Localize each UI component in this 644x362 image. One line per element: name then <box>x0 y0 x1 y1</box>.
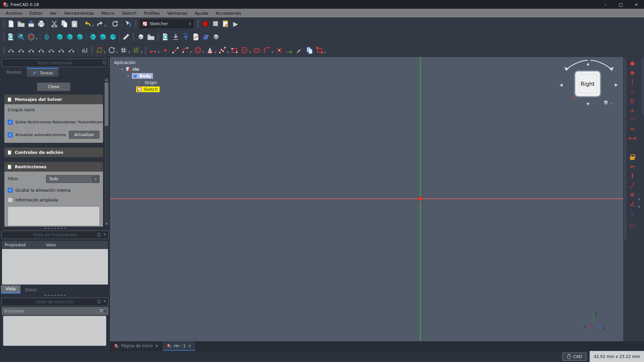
open-document-button[interactable] <box>16 19 26 29</box>
menu-herramientas[interactable]: Herramientas <box>60 9 98 17</box>
angle-dropdown-caret[interactable]: ∨ <box>638 205 642 208</box>
rotate-left-arrow[interactable]: ◀ <box>559 82 562 87</box>
whats-this-button[interactable] <box>123 19 133 29</box>
sketch-x-axis-line[interactable] <box>110 198 623 199</box>
constrain-equal-button[interactable]: = <box>628 124 637 133</box>
create-polygon-button[interactable] <box>239 45 250 55</box>
validate-sketch-button[interactable] <box>211 32 221 42</box>
property-view-titlebar[interactable]: Vista de Propiedades ◱ × <box>1 231 109 239</box>
tasks-scrollbar[interactable]: ▲ ▼ <box>104 78 109 226</box>
toggle-construction-geometry-button[interactable] <box>315 45 325 55</box>
tree-item-sketch[interactable]: Sketch <box>114 86 160 93</box>
refresh-button[interactable] <box>110 19 120 29</box>
menu-profiles[interactable]: Profiles <box>140 9 163 17</box>
decrease-knot-multiplicity-button[interactable] <box>79 45 90 55</box>
tree-origin-label[interactable]: Origin <box>145 80 157 85</box>
paste-button[interactable] <box>69 19 79 29</box>
menu-editar[interactable]: Editar <box>26 9 46 17</box>
workbench-selector[interactable]: Sketcher ∨ <box>140 19 194 28</box>
show-bspline-control-polygon-button[interactable] <box>16 45 26 55</box>
selection-view-float-icon[interactable]: ◱ <box>97 299 101 304</box>
print-button[interactable] <box>36 19 46 29</box>
close-shape-button[interactable] <box>94 45 104 55</box>
tab-datos[interactable]: Datos <box>20 286 42 294</box>
tree-item-body[interactable]: ∨ Body <box>114 72 160 79</box>
constrain-perpendicular-button[interactable]: ⊥ <box>628 105 637 115</box>
constraints-list[interactable] <box>8 206 100 226</box>
extended-info-checkbox[interactable]: ✓ <box>8 197 13 202</box>
create-rectangle-button[interactable] <box>229 45 239 55</box>
tree-sketch-label[interactable]: Sketch <box>144 87 158 92</box>
create-group-button[interactable] <box>146 32 156 42</box>
cut-button[interactable] <box>49 19 59 29</box>
measure-distance-button[interactable] <box>121 32 131 42</box>
view-sketch-button[interactable] <box>161 32 171 42</box>
edit-controls-header[interactable]: Controles de edición <box>4 147 103 157</box>
constrain-horizontal-button[interactable]: ─ <box>628 86 637 96</box>
trim-edge-button[interactable] <box>274 45 284 55</box>
column-propiedad[interactable]: Propiedad <box>2 241 43 249</box>
filter-funnel-icon[interactable] <box>99 309 104 313</box>
select-constraints-button[interactable] <box>119 45 129 55</box>
scroll-down-arrow[interactable]: ▼ <box>104 222 109 226</box>
increase-knot-multiplicity-button[interactable] <box>66 45 76 55</box>
create-line-button[interactable] <box>170 45 180 55</box>
scrollbar-thumb[interactable] <box>105 82 108 126</box>
tree-item-origin[interactable]: › Origin <box>114 79 160 86</box>
constrain-vertical-distance-button[interactable]: I <box>628 171 637 180</box>
expander-icon[interactable]: ∨ <box>126 74 130 77</box>
dock-splitter[interactable] <box>1 294 109 297</box>
close-tab-icon[interactable]: × <box>188 344 191 348</box>
new-document-button[interactable] <box>6 19 16 29</box>
macro-record-button[interactable] <box>200 19 210 29</box>
tab-start-page[interactable]: Página de inicio × <box>110 341 163 351</box>
undo-button[interactable] <box>83 19 93 29</box>
draw-style-button[interactable] <box>26 32 36 42</box>
tree-body-label[interactable]: Body <box>139 73 151 78</box>
constrain-distance-button[interactable]: ╱ <box>628 180 637 190</box>
column-valor[interactable]: Valor <box>43 242 56 247</box>
constraints-header[interactable]: Restricciones <box>4 162 103 172</box>
3d-viewport[interactable]: Aplicación ∨ rin ∨ Body <box>110 57 623 341</box>
property-view-float-icon[interactable]: ◱ <box>97 232 101 237</box>
create-point-button[interactable] <box>160 45 170 55</box>
auto-update-checkbox[interactable]: ✓ <box>8 132 13 137</box>
navigation-style-button[interactable]: CAD <box>562 353 586 361</box>
toolbar-drag-handle[interactable] <box>3 20 5 28</box>
redo-button[interactable] <box>95 19 105 29</box>
close-window-button[interactable]: × <box>629 0 644 9</box>
update-button[interactable]: Actualizar <box>69 131 100 139</box>
tab-vista[interactable]: Vista <box>1 285 20 294</box>
view-right-button[interactable] <box>75 32 85 42</box>
menu-sketch[interactable]: Sketch <box>118 9 140 17</box>
nav-cube-menu[interactable]: ∨ <box>602 99 612 106</box>
solver-messages-header[interactable]: Mensajes del Solver <box>4 95 103 104</box>
remove-redundant-checkbox[interactable]: ✓ <box>8 120 13 125</box>
create-circle-button[interactable] <box>193 45 203 55</box>
toolbar-drag-handle[interactable] <box>3 33 5 41</box>
select-elements-button[interactable] <box>131 45 141 55</box>
tree-item-document[interactable]: ∨ rin <box>114 66 160 72</box>
view-bottom-button[interactable] <box>98 32 108 42</box>
carbon-copy-button[interactable] <box>305 45 315 55</box>
tab-tareas[interactable]: Tareas <box>27 68 58 77</box>
convert-to-bspline-button[interactable] <box>46 45 56 55</box>
edit-sketch-button[interactable] <box>201 32 211 42</box>
selection-list[interactable] <box>3 316 106 346</box>
menu-archivo[interactable]: Archivo <box>2 9 26 17</box>
view-front-button[interactable] <box>55 32 65 42</box>
constrain-horizontal-distance-button[interactable]: ↔ <box>628 162 637 171</box>
toolbar-drag-handle[interactable] <box>135 20 137 28</box>
close-task-button[interactable]: Close <box>37 82 70 91</box>
nav-cube-menu-caret[interactable]: ∨ <box>610 102 612 105</box>
tab-document-rin[interactable]: rin : 1 × <box>163 341 196 351</box>
hide-internal-checkbox[interactable]: ✓ <box>8 188 13 193</box>
create-slot-button[interactable] <box>252 45 262 55</box>
filter-select[interactable]: Todo ∨ <box>46 175 100 183</box>
minimize-button[interactable]: – <box>598 0 613 9</box>
toolbar-drag-handle[interactable] <box>157 33 159 41</box>
toolbar-drag-handle[interactable] <box>624 58 626 239</box>
rotate-right-arrow[interactable]: ▶ <box>615 82 618 87</box>
connect-edges-button[interactable] <box>107 45 117 55</box>
constrain-coincident-button[interactable]: ● <box>628 58 637 68</box>
